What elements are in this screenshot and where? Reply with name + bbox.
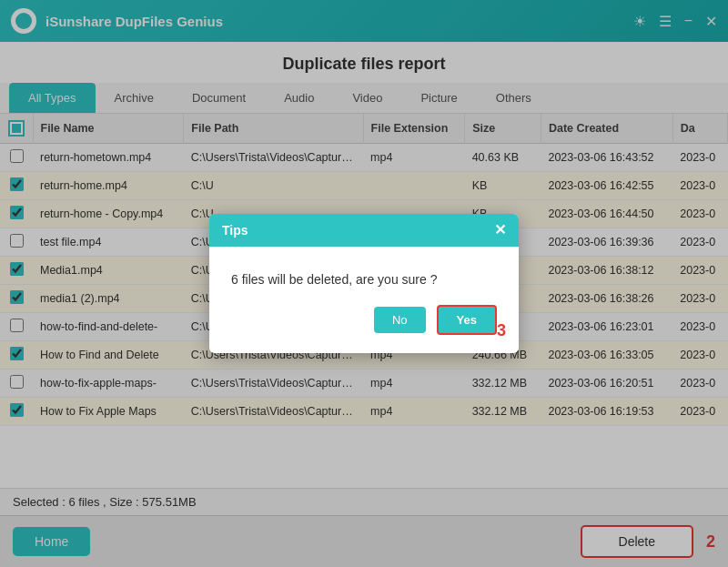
modal-overlay: Tips ✕ 6 files will be deleted, are you … — [0, 0, 728, 567]
modal-message: 6 files will be deleted, are you sure ? — [231, 272, 437, 287]
modal-yes-button[interactable]: Yes — [437, 305, 497, 335]
modal-step-number: 3 — [497, 321, 506, 340]
modal-header: Tips ✕ — [209, 214, 519, 247]
tips-modal: Tips ✕ 6 files will be deleted, are you … — [209, 214, 519, 353]
modal-close-button[interactable]: ✕ — [494, 223, 506, 238]
modal-no-button[interactable]: No — [374, 307, 426, 333]
modal-body: 6 files will be deleted, are you sure ? — [209, 247, 519, 305]
modal-title: Tips — [222, 223, 248, 238]
modal-footer: No Yes — [209, 305, 519, 353]
